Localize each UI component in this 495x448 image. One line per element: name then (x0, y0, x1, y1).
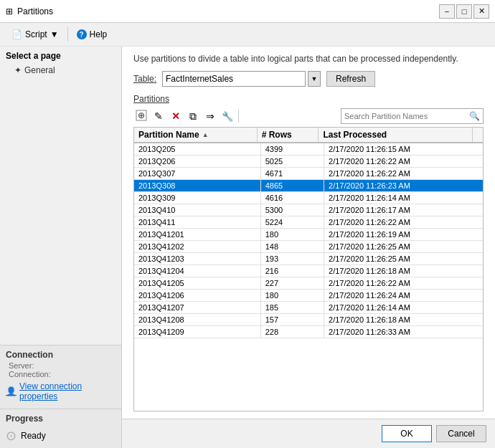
partition-name-cell: 2013Q41205 (134, 277, 261, 289)
new-partition-button[interactable]: ⊕ (133, 108, 149, 124)
rows-count-cell: 5300 (261, 204, 324, 216)
table-field-label: Table: (133, 74, 156, 84)
last-processed-cell: 2/17/2020 11:26:22 AM (324, 277, 483, 289)
table-row[interactable]: 2013Q412021482/17/2020 11:26:25 AM (134, 241, 483, 253)
rows-count-cell: 157 (261, 314, 324, 325)
last-processed-cell: 2/17/2020 11:26:23 AM (324, 180, 483, 191)
rows-count-cell: 4671 (261, 168, 324, 179)
progress-spinner-icon: ⊙ (6, 428, 16, 444)
rows-count-cell: 148 (261, 241, 324, 252)
last-processed-cell: 2/17/2020 11:26:22 AM (324, 216, 483, 228)
edit-partition-button[interactable]: ✎ (151, 108, 166, 124)
partition-table: Partition Name ▲ # Rows Last Processed 2… (133, 127, 484, 411)
col-header-processed[interactable]: Last Processed (319, 128, 473, 142)
title-bar: ⊞ Partitions − □ ✕ (0, 0, 495, 23)
partition-name-cell: 2013Q41209 (134, 326, 261, 338)
content-panel: Use partitions to divide a table into lo… (122, 47, 495, 448)
rows-count-cell: 193 (261, 253, 324, 264)
table-row[interactable]: 2013Q20650252/17/2020 11:26:22 AM (134, 156, 483, 168)
table-body[interactable]: 2013Q20543992/17/2020 11:26:15 AM2013Q20… (134, 143, 483, 411)
delete-partition-button[interactable]: ✕ (168, 108, 184, 124)
table-select[interactable]: FactInternetSales (162, 71, 306, 87)
col-header-rows[interactable]: # Rows (258, 128, 319, 142)
table-row[interactable]: 2013Q412071852/17/2020 11:26:14 AM (134, 302, 483, 314)
view-connection-link[interactable]: 👤 View connection properties (6, 378, 116, 404)
rows-count-cell: 5025 (261, 156, 324, 167)
table-row[interactable]: 2013Q412061802/17/2020 11:26:24 AM (134, 290, 483, 302)
last-processed-cell: 2/17/2020 11:26:15 AM (324, 143, 483, 155)
table-row[interactable]: 2013Q412052272/17/2020 11:26:22 AM (134, 277, 483, 290)
help-button[interactable]: ? Help (72, 28, 112, 41)
copy-partition-button[interactable]: ⧉ (185, 108, 201, 124)
table-row[interactable]: 2013Q412092282/17/2020 11:26:33 AM (134, 326, 483, 338)
last-processed-cell: 2/17/2020 11:26:25 AM (324, 253, 483, 264)
rows-count-cell: 180 (261, 229, 324, 240)
script-dropdown-icon: ▼ (50, 29, 59, 39)
new-icon: ⊕ (136, 110, 147, 123)
table-row[interactable]: 2013Q30946162/17/2020 11:26:14 AM (134, 192, 483, 204)
table-header: Partition Name ▲ # Rows Last Processed (134, 128, 483, 143)
ok-button[interactable]: OK (382, 425, 432, 442)
table-row[interactable]: 2013Q41053002/17/2020 11:26:17 AM (134, 204, 483, 216)
scrollbar-header-spacer (473, 128, 483, 142)
table-row[interactable]: 2013Q30746712/17/2020 11:26:22 AM (134, 168, 483, 180)
main-layout: Select a page ✦ General Connection Serve… (0, 47, 495, 448)
rows-count-cell: 228 (261, 326, 324, 338)
progress-section-block: Progress ⊙ Ready (0, 409, 121, 448)
maximize-button[interactable]: □ (456, 4, 472, 19)
partition-name-cell: 2013Q309 (134, 192, 261, 204)
rows-count-cell: 185 (261, 302, 324, 313)
partition-name-cell: 2013Q41206 (134, 290, 261, 301)
rows-count-cell: 4616 (261, 192, 324, 204)
general-icon: ✦ (14, 65, 22, 75)
search-box: 🔍 (341, 108, 484, 124)
table-row[interactable]: 2013Q30848652/17/2020 11:26:23 AM (134, 180, 483, 192)
table-row[interactable]: 2013Q412042162/17/2020 11:26:18 AM (134, 265, 483, 277)
rows-count-cell: 4865 (261, 180, 324, 191)
sidebar: Select a page ✦ General Connection Serve… (0, 47, 122, 448)
table-row[interactable]: 2013Q412031932/17/2020 11:26:25 AM (134, 253, 483, 265)
table-row[interactable]: 2013Q412011802/17/2020 11:26:19 AM (134, 229, 483, 241)
last-processed-cell: 2/17/2020 11:26:18 AM (324, 314, 483, 325)
window-title: Partitions (17, 6, 439, 16)
last-processed-cell: 2/17/2020 11:26:14 AM (324, 192, 483, 204)
table-row[interactable]: 2013Q20543992/17/2020 11:26:15 AM (134, 143, 483, 156)
connection-section: Connection Server: Connection: 👤 View co… (0, 345, 121, 409)
top-toolbar: 📄 Script ▼ ? Help (0, 23, 495, 47)
partition-name-cell: 2013Q41201 (134, 229, 261, 240)
general-label: General (24, 65, 55, 75)
edit-icon: ✎ (154, 110, 163, 122)
partition-name-cell: 2013Q206 (134, 156, 261, 167)
sidebar-item-general[interactable]: ✦ General (6, 64, 116, 77)
settings-partition-button[interactable]: 🔧 (220, 108, 235, 124)
partition-name-cell: 2013Q41202 (134, 241, 261, 252)
content-body: Use partitions to divide a table into lo… (122, 47, 495, 419)
table-row[interactable]: 2013Q41152242/17/2020 11:26:22 AM (134, 216, 483, 229)
move-icon: ⇒ (206, 110, 214, 122)
server-label: Server: (6, 361, 116, 370)
table-row[interactable]: 2013Q412081572/17/2020 11:26:18 AM (134, 314, 483, 326)
cancel-button[interactable]: Cancel (436, 425, 486, 442)
search-icon: 🔍 (469, 111, 480, 121)
script-button[interactable]: 📄 Script ▼ (7, 28, 63, 41)
partition-name-cell: 2013Q41203 (134, 253, 261, 264)
close-button[interactable]: ✕ (473, 4, 489, 19)
title-bar-controls: − □ ✕ (439, 4, 489, 19)
copy-icon: ⧉ (189, 110, 197, 123)
window-icon: ⊞ (6, 6, 13, 16)
rows-count-cell: 216 (261, 265, 324, 277)
minimize-button[interactable]: − (439, 4, 455, 19)
refresh-button[interactable]: Refresh (326, 71, 375, 87)
partitions-toolbar: ⊕ ✎ ✕ ⧉ ⇒ 🔧 (133, 108, 484, 124)
search-input[interactable] (344, 112, 466, 120)
settings-icon: 🔧 (222, 111, 233, 122)
rows-count-cell: 180 (261, 290, 324, 301)
move-partition-button[interactable]: ⇒ (202, 108, 218, 124)
connection-label: Connection (6, 350, 116, 360)
last-processed-cell: 2/17/2020 11:26:33 AM (324, 326, 483, 338)
last-processed-cell: 2/17/2020 11:26:18 AM (324, 265, 483, 277)
table-select-arrow[interactable]: ▼ (308, 71, 321, 87)
connection-icon: 👤 (6, 386, 16, 396)
col-header-name[interactable]: Partition Name ▲ (134, 128, 258, 142)
partition-name-cell: 2013Q41204 (134, 265, 261, 277)
